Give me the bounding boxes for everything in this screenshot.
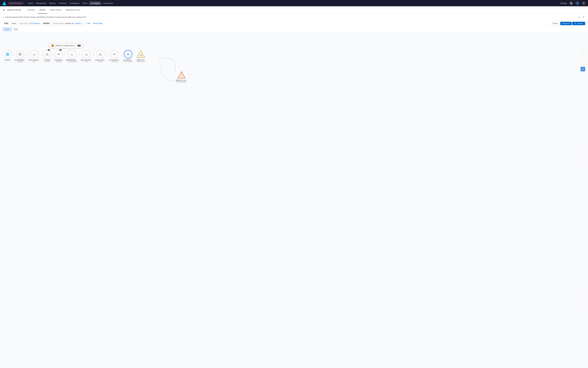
interfaces-sublabel: Interface [56,61,62,62]
nav-compliance[interactable]: Compliance [68,1,81,5]
internet-label: Internet [5,59,10,61]
igw-circle [16,50,24,58]
node-subnets[interactable]: 2 2 Subnets Subnet [43,50,51,62]
vpc2-label: demo-foundat... [81,59,92,61]
node-internet[interactable]: 🌐 Internet [3,50,11,62]
internet-circle: 🌐 [3,50,11,58]
nav-governance[interactable]: Governance [102,1,115,5]
svg-point-6 [46,55,47,55]
asset-type-chip[interactable]: Asset Type : EC2 Instance [18,22,41,25]
node-eni[interactable]: eni-0eede0ee... Interface [109,50,120,62]
subnet2-sublabel: Subnet [98,61,103,62]
node-interfaces[interactable]: 2 2 Interfaces Interface [54,50,63,62]
zoom-out-button[interactable]: − [580,57,585,62]
finding-name-label: Finding Name [53,22,64,25]
misconfig-sublabel: Misconfiguration [176,81,187,83]
misconfig-triangle: ⚡ [178,71,186,79]
node-subnet2[interactable]: public-subne... Subnet [95,50,106,62]
page-title: INVESTIGATE [7,9,21,11]
search-button[interactable]: 🔍 Search [572,22,585,25]
help-icon[interactable]: ✦ [582,1,586,5]
table-view-button[interactable]: Table [12,28,20,31]
graph-view-button[interactable]: Graph [3,28,11,31]
node-vpc1[interactable]: demo-foundat... VPC [29,50,40,62]
nav-dashboards[interactable]: Dashboards [35,1,47,5]
finding-op: contains all [65,22,73,25]
save-button[interactable]: ⬇ [582,16,585,18]
vpc2-sublabel: VPC [85,61,88,62]
svg-point-5 [47,53,47,54]
svg-line-9 [47,54,48,55]
arrow-2: → [40,54,43,56]
graph-canvas[interactable]: 🐾 AWS EC2 instance that is... 11 🌐 Inter… [0,32,588,368]
tab-search[interactable]: Search [38,6,47,14]
nav-home[interactable]: Home [27,1,35,5]
tooltip-text: AWS EC2 instance that is... [55,45,76,47]
find-chip: FIND [3,22,9,25]
nav-investigate[interactable]: Investigate [89,1,101,5]
subnets-sublabel: Subnet [45,61,49,62]
node-misconfig[interactable]: ⚡ AWS EC2 inst... Misconfiguration [176,71,187,83]
eni-label: eni-0eede0ee... [109,59,120,61]
arrow-9: → [133,54,136,56]
node-traffic[interactable]: 📊 Traffic from... Initial Access [136,50,145,62]
reset-query-button[interactable]: Reset Query [92,22,103,25]
arrow-7: → [106,54,109,56]
simple-mode-button[interactable]: Simple [551,22,560,25]
svg-rect-23 [128,54,129,55]
asset-chip[interactable]: Asset [10,22,17,25]
main-content: ⊞ INVESTIGATE Overview Search Query Libr… [0,6,588,368]
node-vpc2[interactable]: demo-foundat... VPC [81,50,92,62]
misconfig-label: AWS EC2 inst... [176,79,187,81]
igw-sublabel: Gateway [17,61,23,62]
close-icon[interactable]: ✕ [82,23,83,24]
svg-rect-19 [113,54,114,55]
user-avatar[interactable]: 👤 [575,1,579,5]
node-ec2[interactable]: pc-national-... EC2 Instance [123,50,133,62]
subnets-circle [43,50,51,58]
asset-type-label: Asset Type [19,22,28,25]
svg-line-18 [100,54,101,55]
lb-label: b4299fa3e3gc... [66,59,78,61]
svg-point-16 [101,55,102,55]
nav-links: Home Dashboards Reports Inventory Compli… [27,1,559,5]
settings-link[interactable]: Settings [560,2,567,4]
subnets-badge: 2 [48,49,50,51]
search-icon[interactable]: ⊞ [3,9,5,11]
query-text: Internet exposed AWS compute instance wi… [5,16,576,18]
asset-type-value: EC2 Instance [29,22,40,25]
eni-sublabel: Interface [112,61,117,62]
advanced-mode-button[interactable]: Advanced [560,22,571,25]
vpc1-circle [30,50,38,58]
recenter-button[interactable] [580,67,585,71]
nav-inventory[interactable]: Inventory [57,1,68,5]
ec2-circle [124,50,132,58]
nav-reports[interactable]: Reports [48,1,57,5]
finding-values: 3 values [74,22,81,25]
product-name: Cloud Security [9,2,21,4]
undo-button[interactable]: ↺ [577,16,580,18]
svg-point-33 [583,69,583,69]
finding-name-chip[interactable]: Finding Name contains all 3 values ✕ [52,22,84,25]
nav-alerts[interactable]: Alerts [81,1,89,5]
arrow-0: → [11,54,15,56]
bookmark-icon[interactable]: 📚 [569,1,573,5]
add-filter-button[interactable]: + Add [85,22,91,25]
query-icon: ≡ [3,16,4,18]
tab-query-library[interactable]: Query Library [48,6,63,14]
tooltip-icon: 🐾 [51,44,54,47]
fit-screen-button[interactable]: ⛶ [580,62,585,66]
tab-overview[interactable]: Overview [26,6,37,14]
traffic-label: Traffic from... [136,59,145,61]
node-lb[interactable]: b4299fa3e3gc... Load Balancer [66,50,78,62]
node-igw[interactable]: igw-08bd9fbf... Gateway [15,50,25,62]
zoom-in-button[interactable]: + [580,52,585,57]
tab-background-jobs[interactable]: Background Jobs [64,6,82,14]
vpc2-circle [82,50,90,58]
filter-bar: FIND Asset Asset Type : EC2 Instance WHE… [0,21,588,27]
app-logo[interactable] [2,1,6,5]
subnets-label: 2 Subnets [44,59,51,61]
vpc1-label: demo-foundat... [29,59,40,61]
product-selector[interactable]: Cloud Security ▾ [8,2,24,5]
ec2-sublabel: EC2 Instance [124,61,133,62]
